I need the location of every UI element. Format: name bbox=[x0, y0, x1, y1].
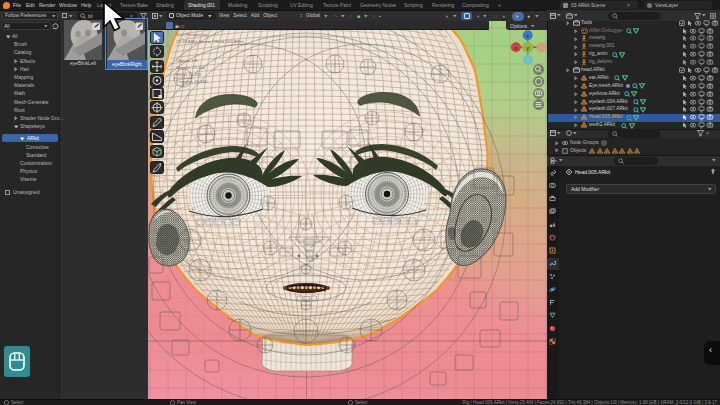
svg-text:Triangles 49,384: Triangles 49,384 bbox=[176, 79, 208, 84]
svg-text:y: y bbox=[526, 45, 529, 51]
svg-text:(1) 03 ARkit Scene | Head.005.: (1) 03 ARkit Scene | Head.005.ARkit bbox=[176, 39, 244, 44]
svg-text:x: x bbox=[514, 45, 517, 51]
svg-text:Faces 24,692: Faces 24,692 bbox=[176, 72, 202, 77]
svg-text:z: z bbox=[526, 33, 529, 39]
svg-text:Vertices 25,404: Vertices 25,404 bbox=[176, 65, 206, 70]
svg-text:User Perspective: User Perspective bbox=[176, 32, 209, 37]
svg-text:Objects 1/9: Objects 1/9 bbox=[176, 58, 198, 63]
